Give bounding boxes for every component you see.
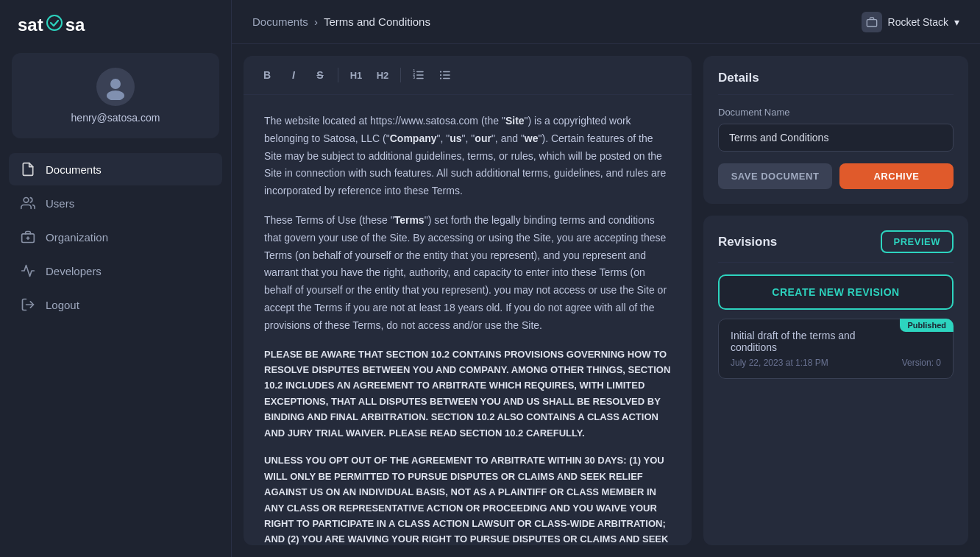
revision-name: Initial draft of the terms and condition…	[731, 330, 941, 353]
svg-point-18	[440, 71, 441, 72]
create-revision-button[interactable]: CREATE NEW REVISION	[718, 274, 954, 310]
org-name: Rocket Stack	[888, 16, 948, 28]
toolbar-divider-2	[400, 68, 401, 82]
sidebar-item-users[interactable]: Users	[9, 187, 222, 219]
details-panel: Details Document Name SAVE DOCUMENT ARCH…	[703, 56, 968, 545]
h1-button[interactable]: H1	[344, 63, 368, 87]
breadcrumb: Documents › Terms and Conditions	[252, 15, 430, 28]
sidebar-item-developers-label: Developers	[46, 265, 102, 277]
sidebar-item-documents[interactable]: Documents	[9, 153, 222, 185]
breadcrumb-separator: ›	[314, 15, 318, 28]
document-name-label: Document Name	[718, 107, 954, 118]
strikethrough-button[interactable]: S	[308, 63, 332, 87]
revisions-header: Revisions PREVIEW	[718, 230, 954, 263]
revision-item[interactable]: Published Initial draft of the terms and…	[718, 319, 954, 379]
editor-body[interactable]: The website located at https://www.satos…	[244, 95, 692, 545]
svg-point-20	[440, 77, 441, 79]
editor-para-1: The website located at https://www.satos…	[264, 113, 671, 200]
sidebar-item-logout-label: Logout	[46, 299, 79, 311]
editor-para-3-bold: PLEASE BE AWARE THAT SECTION 10.2 CONTAI…	[264, 347, 671, 441]
italic-button[interactable]: I	[282, 63, 305, 87]
revision-published-badge: Published	[900, 319, 954, 332]
revision-meta: July 22, 2023 at 1:18 PM Version: 0	[731, 358, 941, 368]
user-email: henry@satosa.com	[71, 112, 160, 124]
details-title: Details	[718, 71, 954, 95]
svg-point-19	[440, 74, 441, 76]
breadcrumb-parent[interactable]: Documents	[252, 15, 308, 28]
ordered-list-button[interactable]: 1 2 3	[407, 63, 430, 87]
svg-point-0	[47, 15, 62, 30]
unordered-list-button[interactable]	[433, 63, 457, 87]
sidebar: sat sa henry@satosa.com Doc	[0, 0, 232, 557]
logo-area: sat sa	[0, 0, 231, 47]
toolbar-divider-1	[338, 68, 338, 82]
revisions-box: Revisions PREVIEW CREATE NEW REVISION Pu…	[703, 216, 968, 545]
content-area: B I S H1 H2 1 2 3	[232, 44, 980, 557]
sidebar-item-organization[interactable]: Organization	[9, 221, 222, 253]
revision-date: July 22, 2023 at 1:18 PM	[731, 358, 828, 368]
breadcrumb-current: Terms and Conditions	[324, 15, 430, 28]
main-content: Documents › Terms and Conditions Rocket …	[232, 0, 980, 557]
sidebar-item-logout[interactable]: Logout	[9, 288, 222, 321]
editor-panel: B I S H1 H2 1 2 3	[244, 56, 692, 545]
editor-para-2: These Terms of Use (these "Terms") set f…	[264, 212, 671, 335]
sidebar-item-organization-label: Organization	[46, 231, 108, 244]
sidebar-item-users-label: Users	[46, 197, 74, 210]
svg-point-3	[24, 198, 29, 203]
document-name-input[interactable]	[718, 124, 954, 152]
svg-rect-8	[867, 19, 876, 26]
details-box: Details Document Name SAVE DOCUMENT ARCH…	[703, 56, 968, 204]
logo-check	[46, 15, 63, 35]
revision-version: Version: 0	[902, 358, 941, 368]
org-icon	[862, 12, 882, 32]
archive-button[interactable]: ARCHIVE	[839, 163, 954, 189]
h2-button[interactable]: H2	[371, 63, 394, 87]
user-card: henry@satosa.com	[12, 53, 219, 138]
chevron-down-icon: ▾	[954, 16, 959, 28]
revisions-title: Revisions	[718, 235, 777, 249]
svg-point-1	[110, 79, 121, 89]
bold-button[interactable]: B	[255, 63, 279, 87]
preview-button[interactable]: PREVIEW	[881, 230, 954, 253]
svg-text:3: 3	[413, 76, 416, 79]
sidebar-item-developers[interactable]: Developers	[9, 255, 222, 287]
header: Documents › Terms and Conditions Rocket …	[232, 0, 980, 44]
svg-point-2	[107, 91, 124, 100]
avatar	[96, 68, 135, 106]
editor-toolbar: B I S H1 H2 1 2 3	[244, 56, 692, 95]
logo: sat sa	[18, 15, 213, 35]
sidebar-item-documents-label: Documents	[46, 163, 102, 176]
document-actions: SAVE DOCUMENT ARCHIVE	[718, 163, 954, 189]
org-switcher[interactable]: Rocket Stack ▾	[862, 12, 959, 32]
save-document-button[interactable]: SAVE DOCUMENT	[718, 163, 832, 189]
nav-menu: Documents Users Organization	[0, 153, 231, 321]
editor-para-4-bold: UNLESS YOU OPT OUT OF THE AGREEMENT TO A…	[264, 453, 671, 545]
